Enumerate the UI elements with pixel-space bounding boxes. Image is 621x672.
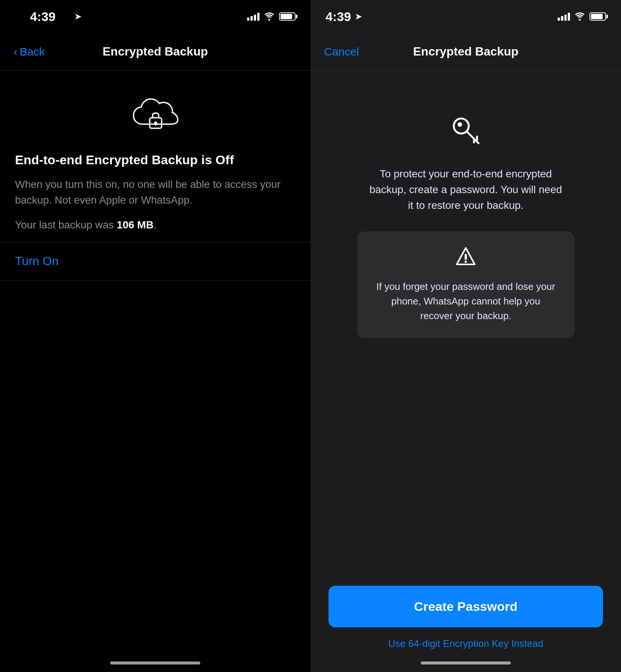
right-wifi-icon [574,12,585,21]
turn-on-button[interactable]: Turn On [15,254,58,268]
left-status-bar: 4:39 ➤ [0,0,310,33]
right-home-indicator [421,662,511,664]
left-content: End-to-end Encrypted Backup is Off When … [0,70,310,672]
back-label: Back [20,45,45,58]
left-signal-icon [247,12,260,21]
svg-rect-2 [155,123,156,126]
protect-description: To protect your end-to-end encrypted bac… [368,166,563,213]
back-button[interactable]: ‹ Back [14,45,45,58]
right-bottom-actions: Create Password Use 64-digit Encryption … [310,586,621,672]
cloud-lock-icon [15,96,296,137]
warning-box: If you forget your password and lose you… [357,231,574,338]
backup-description: When you turn this on, no one will be ab… [15,177,296,208]
left-time: 4:39 [15,0,70,33]
create-password-button[interactable]: Create Password [328,586,603,627]
svg-point-10 [465,261,467,263]
right-nav-bar: Cancel Encrypted Backup [310,33,621,70]
cancel-button[interactable]: Cancel [324,45,359,58]
warning-description: If you forget your password and lose you… [375,279,556,323]
key-icon [451,116,481,153]
right-time: 4:39 [326,9,351,24]
encryption-key-link[interactable]: Use 64-digit Encryption Key Instead [388,638,543,650]
svg-rect-9 [465,254,467,260]
backup-size: 106 MB [117,219,153,231]
right-location-icon: ➤ [355,11,362,22]
left-panel: 4:39 ➤ ‹ Back Encrypted Backup [0,0,310,672]
warning-triangle-icon [455,246,476,270]
right-nav-title: Encrypted Backup [413,45,519,58]
backup-size-text: Your last backup was 106 MB. [15,217,296,233]
right-battery-icon [590,12,606,21]
right-panel: 4:39 ➤ Cancel Encrypted Backup [310,0,621,672]
left-wifi-icon [264,12,274,21]
left-nav-bar: ‹ Back Encrypted Backup [0,33,310,70]
backup-status-title: End-to-end Encrypted Backup is Off [15,152,296,168]
left-status-icons [247,12,296,21]
right-status-bar: 4:39 ➤ [310,0,621,33]
left-battery-icon [279,12,296,21]
right-signal-icon [558,12,570,21]
divider-2 [0,280,310,280]
left-home-indicator [110,662,200,664]
left-nav-title: Encrypted Backup [103,45,208,58]
back-chevron-icon: ‹ [14,45,18,57]
svg-point-8 [458,122,462,127]
turn-on-row: Turn On [15,242,296,280]
right-content: To protect your end-to-end encrypted bac… [310,70,621,586]
left-location-icon: ➤ [74,11,82,22]
right-status-icons [558,12,606,21]
